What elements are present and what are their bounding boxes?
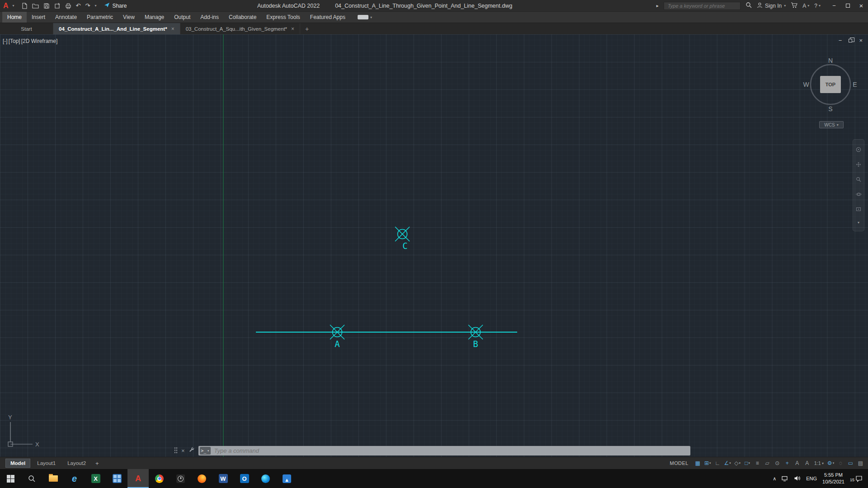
share-button[interactable]: Share — [104, 2, 127, 9]
point-marker-b[interactable] — [468, 325, 483, 339]
new-layout-button[interactable]: + — [93, 460, 102, 467]
snap-mode-toggle[interactable]: ⊞▾ — [703, 459, 712, 468]
app-store-cart-icon[interactable] — [791, 2, 797, 9]
save-as-icon[interactable] — [54, 3, 61, 9]
action-center-button[interactable]: 15 — [850, 475, 863, 482]
volume-icon[interactable] — [794, 475, 801, 482]
navbar-caret-icon[interactable]: ▾ — [858, 221, 859, 225]
viewport-menu-control[interactable]: [-] — [3, 38, 8, 44]
start-button[interactable] — [0, 469, 21, 488]
drawing-restore-button[interactable] — [849, 39, 852, 42]
isodraft-toggle[interactable]: ◇▾ — [733, 459, 742, 468]
show-hidden-icons-button[interactable]: ∧ — [773, 476, 776, 482]
save-icon[interactable] — [43, 3, 50, 9]
command-input[interactable] — [212, 447, 689, 455]
close-tab-icon[interactable]: × — [291, 26, 294, 32]
zoom-icon[interactable] — [856, 176, 861, 184]
showmotion-icon[interactable] — [856, 206, 861, 214]
object-snap-toggle[interactable]: □▾ — [743, 459, 752, 468]
taskbar-word[interactable]: W — [212, 469, 234, 488]
ribbon-tab-parametric[interactable]: Parametric — [82, 12, 118, 23]
undo-icon[interactable]: ↶ — [76, 3, 81, 9]
point-marker-c[interactable] — [395, 227, 410, 241]
app-menu-caret-icon[interactable]: ▾ — [13, 4, 14, 8]
minimize-button[interactable]: − — [827, 0, 841, 11]
compass-north[interactable]: N — [828, 57, 833, 64]
compass-south[interactable]: S — [828, 105, 832, 113]
polar-tracking-toggle[interactable]: ∠▾ — [723, 459, 732, 468]
keyword-search-input[interactable] — [667, 3, 737, 9]
taskbar-chrome[interactable] — [149, 469, 170, 488]
pan-icon[interactable] — [856, 161, 861, 169]
taskbar-office-tiles[interactable] — [106, 469, 127, 488]
ribbon-tab-express-tools[interactable]: Express Tools — [261, 12, 305, 23]
ribbon-tab-annotate[interactable]: Annotate — [50, 12, 82, 23]
drawing-minimize-button[interactable]: − — [839, 37, 842, 44]
customization-button[interactable]: ⚙▾ — [826, 459, 835, 468]
lineweight-toggle[interactable]: ≡ — [753, 459, 762, 468]
new-file-icon[interactable] — [21, 3, 28, 9]
expand-arrow-icon[interactable]: ▸ — [656, 4, 659, 8]
orbit-icon[interactable] — [856, 191, 862, 199]
file-tab-03-construct[interactable]: 03_Construct_A_Squ...ith_Given_Segment* … — [180, 23, 300, 34]
navigation-wheel-icon[interactable] — [856, 146, 861, 154]
maximize-button[interactable] — [841, 0, 854, 11]
compass-east[interactable]: E — [853, 81, 857, 88]
ribbon-tab-home[interactable]: Home — [2, 12, 27, 23]
graphics-performance-toggle[interactable]: ▭ — [846, 459, 855, 468]
plot-icon[interactable] — [65, 3, 71, 9]
recent-commands-button[interactable]: >_ ▾ — [200, 447, 211, 455]
taskbar-excel[interactable]: X — [85, 469, 106, 488]
point-marker-a[interactable] — [330, 325, 344, 339]
taskbar-firefox[interactable] — [191, 469, 212, 488]
network-icon[interactable] — [782, 475, 788, 482]
search-icon[interactable] — [745, 2, 752, 9]
annotation-scale-dropdown[interactable]: 1:1▾ — [812, 460, 826, 466]
layout-tab-layout2[interactable]: Layout2 — [62, 459, 91, 468]
transparency-toggle[interactable]: ▱ — [763, 459, 772, 468]
taskbar-edge[interactable] — [255, 469, 276, 488]
taskbar-search-button[interactable] — [21, 469, 42, 488]
taskbar-internet-explorer[interactable]: e — [64, 469, 85, 488]
wcs-dropdown[interactable]: WCS ▾ — [819, 121, 844, 128]
drawing-close-button[interactable]: × — [859, 37, 863, 44]
autodesk-apps-button[interactable]: A ▾ — [802, 3, 809, 9]
language-indicator[interactable]: ENG — [806, 476, 817, 481]
ribbon-tab-manage[interactable]: Manage — [140, 12, 169, 23]
taskbar-file-explorer[interactable] — [42, 469, 64, 488]
command-dock-grip-icon[interactable] — [174, 447, 178, 454]
viewcube-face-label[interactable]: TOP — [826, 82, 835, 87]
ribbon-tab-view[interactable]: View — [118, 12, 140, 23]
taskbar-clock[interactable]: 5:55 PM 10/5/2021 — [822, 472, 844, 485]
new-drawing-tab-button[interactable]: + — [300, 23, 314, 34]
taskbar-autocad[interactable]: A — [127, 469, 149, 488]
layout-tab-model[interactable]: Model — [5, 459, 30, 468]
model-space-canvas[interactable]: [-] [Top] [2D Wireframe] − × — [0, 34, 868, 457]
dynamic-input-toggle[interactable]: + — [783, 459, 792, 468]
compass-west[interactable]: W — [803, 81, 809, 88]
ribbon-display-toggle[interactable]: ▾ — [358, 12, 372, 23]
viewcube[interactable]: TOP N W E S — [801, 51, 860, 118]
model-space-indicator[interactable]: MODEL — [670, 460, 689, 466]
isolate-objects-button[interactable]: ◌ — [836, 459, 845, 468]
selection-cycling-toggle[interactable]: ⊙ — [773, 459, 782, 468]
file-tab-04-construct[interactable]: 04_Construct_A_Lin..._And_Line_Segment* … — [53, 23, 180, 34]
ortho-toggle[interactable]: ∟ — [713, 459, 722, 468]
clean-screen-button[interactable]: ▤ — [856, 459, 865, 468]
qat-customize-caret-icon[interactable]: ▾ — [94, 4, 96, 8]
ribbon-tab-output[interactable]: Output — [169, 12, 195, 23]
ribbon-tab-featured-apps[interactable]: Featured Apps — [305, 12, 350, 23]
open-file-icon[interactable] — [32, 3, 39, 9]
taskbar-outlook[interactable]: O — [234, 469, 255, 488]
close-tab-icon[interactable]: × — [171, 26, 175, 32]
point-label-c[interactable]: C — [402, 241, 407, 251]
command-customize-wrench-icon[interactable] — [189, 446, 195, 455]
redo-icon[interactable]: ↷ — [85, 3, 90, 9]
close-button[interactable]: × — [854, 0, 868, 11]
ribbon-tab-addins[interactable]: Add-ins — [195, 12, 224, 23]
view-control[interactable]: [Top] — [9, 38, 20, 44]
sign-in-button[interactable]: Sign In ▾ — [757, 2, 786, 9]
taskbar-photos[interactable]: ▲ — [276, 469, 297, 488]
annotation-visibility-toggle[interactable]: A — [793, 459, 802, 468]
autocad-logo-icon[interactable]: A — [3, 2, 9, 9]
